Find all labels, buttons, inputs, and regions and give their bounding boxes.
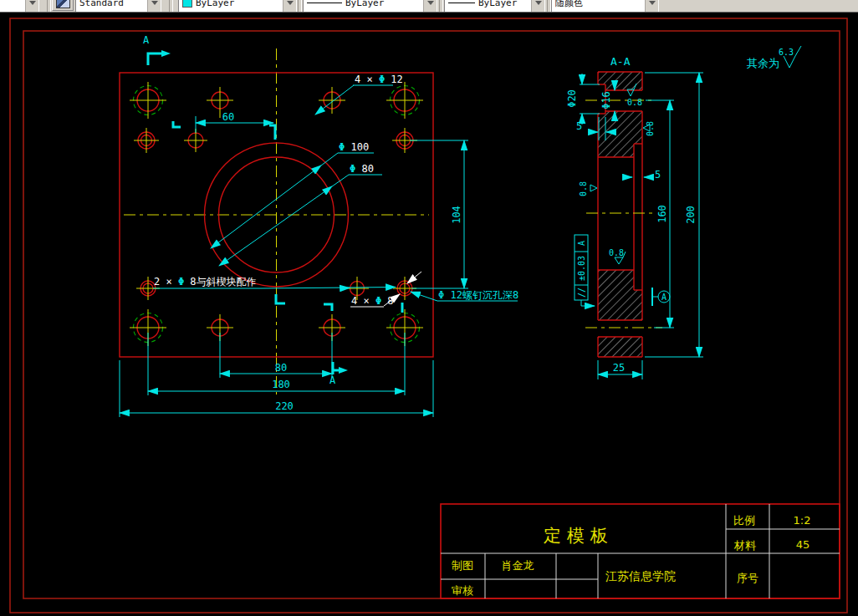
svg-text:104: 104 [451,206,462,224]
svg-text:±0.03: ±0.03 [577,256,586,281]
plotstyle-value: 随颜色 [555,0,583,9]
svg-text:80: 80 [275,362,287,374]
dim-d20: Φ20 [566,74,600,125]
section-cut-markers: A A [143,34,402,386]
label-d100: Φ 100 [211,141,374,248]
lineweight-value: ByLayer [478,0,517,8]
section-letter-bottom: A [329,374,336,386]
drawn-label: 制图 [452,559,473,572]
color-swatch-icon [182,0,192,8]
toolbar-separator [169,0,173,12]
svg-text:2 × Φ 8与斜楔块配作: 2 × Φ 8与斜楔块配作 [154,276,257,288]
svg-text:200: 200 [685,206,697,224]
drawn-value: 肖金龙 [502,559,534,572]
section-letter-top: A [143,34,150,46]
svg-text:其余为: 其余为 [747,57,779,69]
plan-dimensions: 60 104 80 180 [120,111,468,417]
scale-value: 1:2 [794,514,811,527]
chevron-down-icon [535,1,542,5]
d8-holes [134,128,417,300]
chevron-down-icon [649,1,656,5]
drawing-canvas[interactable]: A A 60 104 [0,13,858,616]
svg-text://: // [577,288,586,298]
svg-text:4 × Φ 12: 4 × Φ 12 [355,74,403,85]
general-finish-note: 其余为 6.3 [747,46,801,69]
layers-icon [56,0,70,8]
lineweight-arrow-icon[interactable] [531,0,544,12]
dim-25: 25 [598,360,642,379]
finish-right-face: 0.8 [643,121,655,136]
chevron-down-icon [29,1,36,5]
layer-combo[interactable] [0,0,39,13]
svg-text:0.8: 0.8 [646,121,655,136]
finish-recess-floor: 0.8 [609,248,626,264]
svg-text:Φ 100: Φ 100 [339,141,369,153]
svg-text:Φ16: Φ16 [600,91,612,109]
finish-left-face: 0.8 [579,181,597,196]
svg-text:Φ20: Φ20 [566,89,578,108]
svg-text:0.8: 0.8 [609,248,624,257]
text-style-combo[interactable]: Standard [75,0,161,13]
serial-label: 序号 [737,572,758,584]
lineweight-combo[interactable]: ByLayer [444,0,545,13]
chevron-down-icon [427,1,434,5]
text-style-value: Standard [79,0,124,8]
section-hatch [598,72,642,357]
toolbar-separator [298,0,302,12]
layer-combo-arrow-icon[interactable] [25,0,38,12]
svg-text:6.3: 6.3 [779,48,794,57]
material-value: 45 [796,538,810,551]
plotstyle-arrow-icon[interactable] [645,0,658,12]
chevron-down-icon [287,1,294,5]
svg-text:25: 25 [613,362,625,374]
color-value: ByLayer [196,0,234,8]
section-title: A-A [610,55,631,68]
svg-text:60: 60 [222,111,234,123]
svg-text:4 × Φ 8: 4 × Φ 8 [351,295,394,307]
linetype-combo[interactable]: ByLayer [303,0,437,13]
linetype-value: ByLayer [345,0,384,8]
linetype-arrow-icon[interactable] [423,0,437,12]
label-4xd8: 4 × Φ 8 [350,272,421,307]
svg-text:5: 5 [655,169,661,181]
datum-symbol: A [652,288,670,306]
make-layer-current-button[interactable] [52,0,74,11]
svg-text:160: 160 [656,205,668,223]
dim-200: 200 [645,73,703,357]
color-combo[interactable]: ByLayer [178,0,297,13]
svg-text:180: 180 [272,379,290,390]
scale-label: 比例 [733,514,755,527]
toolbar-separator [47,0,51,12]
color-arrow-icon[interactable] [283,0,296,12]
dim-104: 104 [410,140,468,288]
svg-text:Φ 12螺钉沉孔深8: Φ 12螺钉沉孔深8 [438,289,518,301]
svg-text:220: 220 [275,400,294,412]
text-style-arrow-icon[interactable] [147,0,161,12]
svg-text:A: A [577,241,586,246]
material-label: 材料 [733,539,756,552]
toolbar-separator [439,0,443,12]
chevron-down-icon [151,1,158,5]
plotstyle-combo[interactable]: 随颜色 [551,0,659,13]
lineweight-sample-icon [448,3,475,3]
linetype-sample-icon [307,3,342,3]
svg-text:5: 5 [576,120,582,132]
svg-text:0.8: 0.8 [627,98,642,107]
dim-60: 60 [196,111,273,133]
organization: 江苏信息学院 [605,569,676,583]
label-counterbore: Φ 12螺钉沉孔深8 [411,289,518,301]
checked-label: 审核 [452,584,473,597]
part-name: 定模板 [544,526,614,546]
title-block: 定模板 比例 1:2 材料 45 制图 肖金龙 审核 江苏信息学院 序号 [441,504,840,598]
section-view: A-A 其余为 6.3 [566,46,801,379]
parallelism-tolerance-frame: A ±0.03 // [575,235,595,306]
svg-text:A: A [661,293,666,302]
svg-text:0.8: 0.8 [579,181,588,196]
plan-view: A A 60 104 [120,34,518,417]
toolbar: Standard ByLayer ByLayer ByLayer 随颜色 [0,0,858,13]
svg-text:Φ 80: Φ 80 [350,163,374,175]
